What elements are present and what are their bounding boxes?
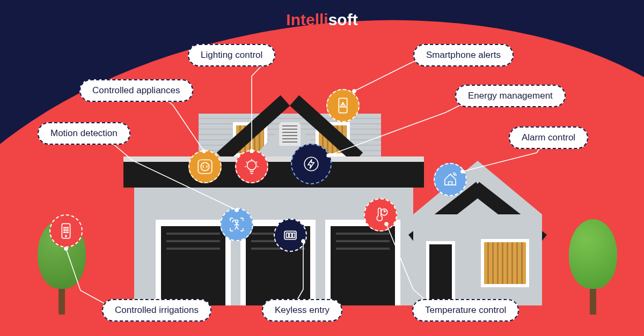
brand-logo: Intellisoft <box>286 11 357 29</box>
svg-rect-11 <box>286 233 288 238</box>
label-energy: Energy management <box>455 85 566 107</box>
outlet-icon <box>188 150 222 183</box>
phone-remote-icon <box>49 214 83 248</box>
svg-rect-0 <box>198 160 212 174</box>
phone-alert-icon <box>326 89 360 122</box>
svg-point-5 <box>304 157 318 171</box>
label-smartphone: Smartphone alerts <box>413 44 514 66</box>
svg-point-8 <box>343 106 343 107</box>
motion-person-icon <box>220 208 253 241</box>
thermometer-icon <box>364 198 397 232</box>
svg-point-1 <box>201 162 209 170</box>
label-temperature: Temperature control <box>412 299 519 322</box>
label-keyless: Keyless entry <box>262 299 342 322</box>
svg-point-25 <box>68 232 69 233</box>
svg-point-23 <box>64 232 65 233</box>
label-irrigations: Controlled irrigations <box>102 299 211 322</box>
tree-right <box>569 219 617 315</box>
svg-point-18 <box>65 227 67 228</box>
svg-rect-12 <box>289 233 291 238</box>
infographic-stage: Intellisoft <box>0 0 644 336</box>
svg-point-16 <box>65 235 67 237</box>
brand-part1: Intelli <box>286 11 328 28</box>
bolt-circle-icon <box>291 144 332 184</box>
label-lighting: Lighting control <box>188 44 275 66</box>
label-motion: Motion detection <box>38 122 130 145</box>
svg-point-24 <box>65 232 67 233</box>
svg-point-19 <box>68 227 69 228</box>
svg-point-22 <box>68 229 69 230</box>
svg-point-21 <box>65 229 67 230</box>
svg-point-17 <box>64 227 65 228</box>
label-alarm: Alarm control <box>509 126 588 149</box>
brand-part2: soft <box>328 11 358 28</box>
svg-point-9 <box>235 220 238 223</box>
svg-point-20 <box>64 229 65 230</box>
bulb-icon <box>235 150 268 183</box>
label-appliances: Controlled appliances <box>79 79 193 102</box>
house-alarm-icon <box>434 163 467 196</box>
svg-point-4 <box>247 161 257 170</box>
svg-rect-13 <box>292 233 295 238</box>
keypad-icon <box>274 219 307 252</box>
